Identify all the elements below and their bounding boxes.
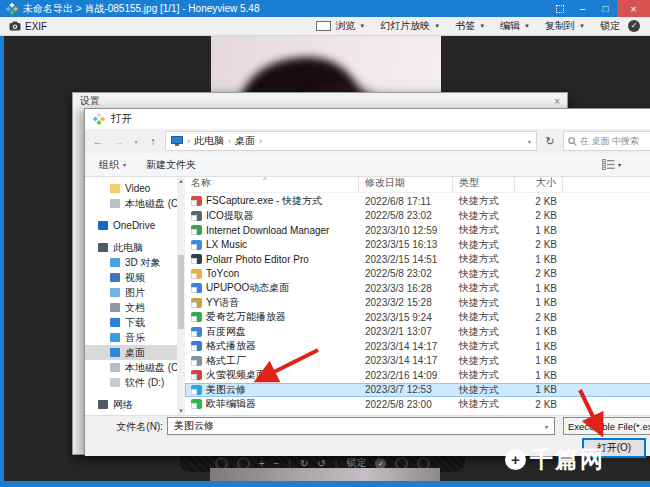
settings-close-icon[interactable]: × bbox=[554, 96, 560, 107]
drive-icon bbox=[110, 378, 120, 387]
menu-item[interactable]: 浏览 ▼ bbox=[316, 19, 365, 33]
chevron-down-icon: ▼ bbox=[479, 23, 485, 29]
close-button[interactable]: × bbox=[617, 0, 650, 17]
window-border-left bbox=[0, 36, 4, 487]
chevron-down-icon: ▼ bbox=[579, 23, 585, 29]
scroll-down-icon[interactable]: ▼ bbox=[177, 408, 185, 414]
table-row[interactable]: 格式播放器 2023/3/14 14:17 快捷方式 1 KB bbox=[185, 339, 650, 354]
sidebar-item[interactable]: 软件 (D:) bbox=[85, 375, 185, 390]
filetype-value: Executable File(*.exe bbox=[568, 421, 650, 432]
file-shortcut-icon bbox=[191, 341, 202, 351]
scroll-up-icon[interactable]: ▲ bbox=[177, 178, 185, 184]
organize-label: 组织 bbox=[99, 158, 119, 172]
column-header-type[interactable]: 类型 bbox=[453, 176, 515, 192]
exif-button[interactable]: EXIF bbox=[0, 17, 56, 35]
drive-icon bbox=[110, 199, 120, 208]
table-row[interactable]: LX Music 2023/3/15 16:13 快捷方式 2 KB bbox=[185, 238, 650, 253]
sidebar-item[interactable]: 3D 对象 bbox=[85, 255, 185, 270]
menu-item[interactable]: 复制到 ▼ bbox=[545, 19, 585, 33]
table-row[interactable]: 格式工厂 2023/3/14 14:17 快捷方式 1 KB bbox=[185, 354, 650, 369]
table-row[interactable]: ICO提取器 2022/5/8 23:02 快捷方式 2 KB bbox=[185, 209, 650, 224]
breadcrumb-desktop[interactable]: 桌面 bbox=[235, 134, 255, 148]
table-row[interactable]: Polarr Photo Editor Pro 2023/2/15 14:51 … bbox=[185, 252, 650, 267]
file-shortcut-icon bbox=[191, 298, 202, 308]
file-shortcut-icon bbox=[191, 385, 202, 395]
menu-item[interactable]: 编辑 ▼ bbox=[500, 19, 530, 33]
new-folder-button[interactable]: 新建文件夹 bbox=[146, 158, 196, 172]
toolbar-separator: | bbox=[335, 458, 338, 469]
table-row[interactable]: 美图云修 2023/3/7 12:53 快捷方式 1 KB bbox=[185, 383, 650, 398]
sidebar-item[interactable]: 桌面 bbox=[85, 345, 185, 360]
table-row[interactable]: YY语音 2023/3/2 15:28 快捷方式 1 KB bbox=[185, 296, 650, 311]
table-row[interactable]: Internet Download Manager 2023/3/10 12:5… bbox=[185, 223, 650, 238]
address-bar[interactable]: › 此电脑 › 桌面 › ▾ bbox=[165, 131, 537, 151]
column-header-size[interactable]: 大小 bbox=[515, 176, 563, 192]
sidebar-item-label: 本地磁盘 (C:) bbox=[125, 197, 184, 211]
file-size: 2 KB bbox=[515, 312, 563, 323]
app-menubar: EXIF 浏览 ▼ 幻灯片放映 ▼ 书签 ▼ 编辑 ▼ bbox=[0, 17, 650, 36]
file-shortcut-icon bbox=[191, 240, 202, 250]
file-name: Polarr Photo Editor Pro bbox=[206, 254, 359, 265]
sidebar-item[interactable]: 本地磁盘 (C:) bbox=[85, 196, 185, 211]
network-icon bbox=[98, 400, 108, 409]
refresh-button[interactable]: ↻ bbox=[540, 135, 560, 148]
sidebar-item-label: Video bbox=[125, 183, 150, 194]
address-dropdown-icon[interactable]: ▾ bbox=[528, 138, 531, 145]
file-size: 1 KB bbox=[515, 384, 563, 395]
pictures-icon bbox=[110, 288, 120, 297]
table-row[interactable]: ToYcon 2022/5/8 23:02 快捷方式 2 KB bbox=[185, 267, 650, 282]
file-shortcut-icon bbox=[191, 269, 202, 279]
back-button[interactable]: ← bbox=[89, 135, 107, 147]
sidebar-scrollbar[interactable]: ▲ ▼ bbox=[177, 177, 185, 415]
filename-input[interactable]: 美图云修 ▾ bbox=[167, 417, 555, 435]
table-row[interactable]: FSCapture.exe - 快捷方式 2022/6/8 17:11 快捷方式… bbox=[185, 194, 650, 209]
sidebar-item[interactable]: 图片 bbox=[85, 285, 185, 300]
change-view-button[interactable]: ▾ bbox=[602, 159, 621, 170]
sidebar-item[interactable]: Video bbox=[85, 181, 185, 196]
sidebar-item[interactable]: 下载 bbox=[85, 315, 185, 330]
this-pc-icon bbox=[98, 243, 108, 252]
organize-button[interactable]: 组织 ▾ bbox=[99, 158, 126, 172]
file-type: 快捷方式 bbox=[453, 194, 515, 208]
menu-item[interactable]: 锁定 ✓ bbox=[600, 19, 640, 33]
menu-group: 浏览 ▼ 幻灯片放映 ▼ 书签 ▼ 编辑 ▼ 复制到 ▼ bbox=[316, 19, 650, 33]
sidebar-item-label: 下载 bbox=[125, 316, 145, 330]
file-size: 2 KB bbox=[515, 268, 563, 279]
sidebar-item[interactable]: 视频 bbox=[85, 270, 185, 285]
zoom-in-icon[interactable]: + bbox=[259, 458, 265, 469]
zoom-out-icon[interactable]: − bbox=[274, 458, 280, 469]
file-rows: FSCapture.exe - 快捷方式 2022/6/8 17:11 快捷方式… bbox=[185, 194, 650, 415]
file-type: 快捷方式 bbox=[453, 397, 515, 411]
filetype-select[interactable]: Executable File(*.exe bbox=[563, 417, 650, 435]
file-date: 2023/3/15 16:13 bbox=[359, 239, 453, 250]
minimize-button[interactable]: – bbox=[571, 0, 594, 17]
table-row[interactable]: 欧菲编辑器 2022/5/8 23:00 快捷方式 2 KB bbox=[185, 397, 650, 412]
forward-button[interactable]: → bbox=[110, 135, 128, 147]
maximize-button[interactable]: □ bbox=[594, 0, 617, 17]
sidebar-item[interactable]: 此电脑 bbox=[85, 240, 185, 255]
sidebar-item[interactable]: OneDrive bbox=[85, 218, 185, 233]
breadcrumb-this-pc[interactable]: 此电脑 bbox=[194, 134, 224, 148]
desktop-location-icon bbox=[171, 136, 183, 146]
sidebar-item[interactable]: 网络 bbox=[85, 397, 185, 412]
file-date: 2023/3/2 15:28 bbox=[359, 297, 453, 308]
file-type: 快捷方式 bbox=[453, 354, 515, 368]
sidebar-item[interactable]: 本地磁盘 (C:) bbox=[85, 360, 185, 375]
rotate-cw-icon[interactable]: ↻ bbox=[300, 458, 308, 469]
pin-window-button[interactable] bbox=[548, 0, 571, 17]
column-header-name[interactable]: 名称 bbox=[185, 176, 359, 192]
table-row[interactable]: 火萤视频桌面 2023/2/16 14:09 快捷方式 1 KB bbox=[185, 368, 650, 383]
menu-item[interactable]: 幻灯片放映 ▼ bbox=[380, 19, 440, 33]
sidebar-item[interactable]: 文档 bbox=[85, 300, 185, 315]
table-row[interactable]: UPUPOO动态桌面 2023/3/3 16:28 快捷方式 1 KB bbox=[185, 281, 650, 296]
table-row[interactable]: 爱奇艺万能播放器 2023/3/15 9:24 快捷方式 2 KB bbox=[185, 310, 650, 325]
up-button[interactable]: ↑ bbox=[144, 135, 162, 147]
column-header-date[interactable]: 修改日期 bbox=[359, 176, 453, 192]
menu-item[interactable]: 书签 ▼ bbox=[455, 19, 485, 33]
scrollbar-thumb[interactable] bbox=[178, 255, 184, 329]
table-row[interactable]: 百度网盘 2023/2/1 13:07 快捷方式 1 KB bbox=[185, 325, 650, 340]
history-dropdown-icon[interactable]: ▾ bbox=[131, 138, 141, 145]
rotate-ccw-icon[interactable]: ↺ bbox=[317, 458, 325, 469]
sidebar-item[interactable]: 音乐 bbox=[85, 330, 185, 345]
search-box[interactable]: 在 桌面 中搜索 bbox=[563, 131, 650, 151]
